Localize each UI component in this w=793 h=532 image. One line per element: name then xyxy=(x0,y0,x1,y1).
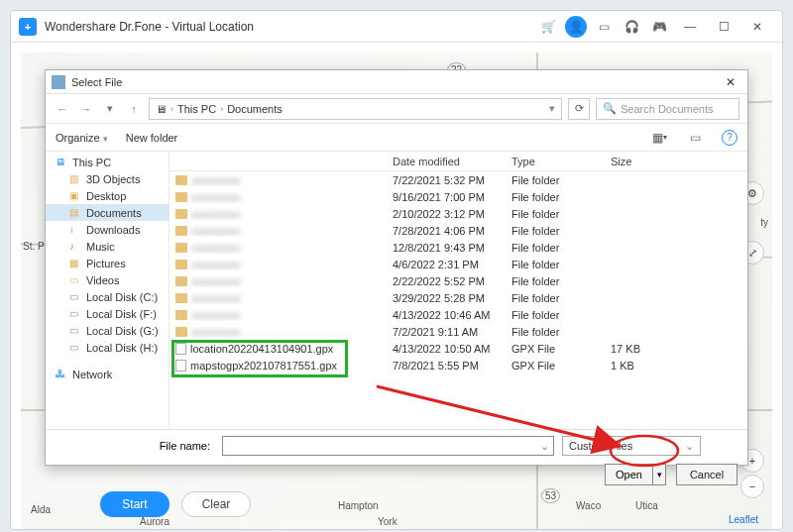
file-date: 7/22/2021 5:32 PM xyxy=(393,174,511,186)
tree-item-label: Desktop xyxy=(86,190,126,202)
file-type: File folder xyxy=(511,174,611,186)
tree-item-local-disk-c-[interactable]: ▭Local Disk (C:) xyxy=(46,288,169,305)
gamepad-icon[interactable]: 🎮 xyxy=(648,16,670,38)
start-button[interactable]: Start xyxy=(100,491,170,517)
tree-item-local-disk-g-[interactable]: ▭Local Disk (G:) xyxy=(46,322,169,339)
organize-menu[interactable]: Organize ▾ xyxy=(56,132,108,144)
tree-item-local-disk-h-[interactable]: ▭Local Disk (H:) xyxy=(46,339,169,356)
cart-icon[interactable]: 🛒 xyxy=(537,16,559,38)
breadcrumb-dropdown-icon[interactable]: ▾ xyxy=(549,102,555,115)
folder-row[interactable]: xxxxxxxxx7/28/2021 4:06 PMFile folder xyxy=(170,222,747,239)
music-icon: ♪ xyxy=(69,241,81,253)
file-date: 12/8/2021 9:43 PM xyxy=(393,242,511,254)
tree-item-music[interactable]: ♪Music xyxy=(46,238,169,255)
folder-tree[interactable]: 🖥This PC▧3D Objects▣Desktop▤Documents↓Do… xyxy=(46,152,170,429)
folder-row[interactable]: xxxxxxxxx7/2/2021 9:11 AMFile folder xyxy=(170,323,747,340)
map-label: Aurora xyxy=(140,516,170,527)
file-icon xyxy=(175,360,186,372)
breadcrumb-root-icon: 🖥 xyxy=(156,103,167,115)
disk-icon: ▭ xyxy=(69,342,81,354)
map-label: St. P xyxy=(23,241,45,252)
file-list-header[interactable]: Date modified Type Size xyxy=(170,152,747,171)
tree-item-this-pc[interactable]: 🖥This PC xyxy=(46,154,169,170)
nav-forward-button[interactable]: → xyxy=(77,100,95,118)
col-type[interactable]: Type xyxy=(511,156,611,167)
file-name: location20220413104901.gpx xyxy=(190,343,333,355)
open-button[interactable]: Open ▾ xyxy=(605,464,666,485)
refresh-button[interactable]: ⟳ xyxy=(568,98,590,120)
tree-item-downloads[interactable]: ↓Downloads xyxy=(46,221,169,238)
nav-back-button[interactable]: ← xyxy=(54,100,71,118)
folder-icon: ▣ xyxy=(69,190,81,202)
file-name: xxxxxxxxx xyxy=(191,191,241,203)
file-name: xxxxxxxxx xyxy=(191,208,241,220)
folder-row[interactable]: xxxxxxxxx2/22/2022 5:52 PMFile folder xyxy=(170,272,747,289)
dialog-icon xyxy=(52,75,65,89)
record-icon[interactable]: ▭ xyxy=(593,16,615,38)
col-date[interactable]: Date modified xyxy=(393,156,511,167)
cancel-button[interactable]: Cancel xyxy=(676,464,737,485)
tree-item-label: 3D Objects xyxy=(86,173,140,185)
filename-label: File name: xyxy=(56,440,214,452)
minimize-button[interactable]: — xyxy=(676,16,704,38)
folder-row[interactable]: xxxxxxxxx4/6/2022 2:31 PMFile folder xyxy=(170,256,747,272)
breadcrumb-folder[interactable]: Documents xyxy=(227,103,283,115)
tree-item-label: Documents xyxy=(86,207,142,219)
file-date: 2/10/2022 3:12 PM xyxy=(393,208,511,220)
folder-icon xyxy=(175,209,187,219)
dialog-body: 🖥This PC▧3D Objects▣Desktop▤Documents↓Do… xyxy=(46,152,747,429)
file-name: xxxxxxxxx xyxy=(191,275,241,287)
nav-up-button[interactable]: ↑ xyxy=(125,100,143,118)
open-button-label[interactable]: Open xyxy=(605,464,652,485)
col-size[interactable]: Size xyxy=(611,156,690,167)
folder-icon xyxy=(175,276,187,286)
tree-item-label: Downloads xyxy=(86,224,140,236)
tree-item-label: Local Disk (H:) xyxy=(86,342,158,354)
file-open-dialog: Select File ✕ ← → ▾ ↑ 🖥 › This PC › Docu… xyxy=(45,69,748,466)
support-icon[interactable]: 🎧 xyxy=(621,16,642,38)
maximize-button[interactable]: ☐ xyxy=(710,16,737,38)
file-row[interactable]: mapstogpx202107817551.gpx7/8/2021 5:55 P… xyxy=(170,357,747,373)
view-mode-button[interactable]: ▦▾ xyxy=(650,129,668,147)
filename-input[interactable]: ⌄ xyxy=(222,436,554,456)
open-button-dropdown[interactable]: ▾ xyxy=(652,464,666,485)
file-type-filter[interactable]: Custom Files⌄ xyxy=(562,436,701,456)
tree-item-local-disk-f-[interactable]: ▭Local Disk (F:) xyxy=(46,305,169,322)
folder-row[interactable]: xxxxxxxxx2/10/2022 3:12 PMFile folder xyxy=(170,205,747,222)
close-app-button[interactable]: ✕ xyxy=(743,16,771,38)
clear-button[interactable]: Clear xyxy=(181,491,251,517)
folder-row[interactable]: xxxxxxxxx12/8/2021 9:43 PMFile folder xyxy=(170,239,747,256)
nav-dropdown-button[interactable]: ▾ xyxy=(101,100,119,118)
file-size: 17 KB xyxy=(611,343,690,355)
file-name: xxxxxxxxx xyxy=(191,174,241,186)
file-row[interactable]: location20220413104901.gpx4/13/2022 10:5… xyxy=(170,340,747,357)
breadcrumb-sep: › xyxy=(220,104,223,114)
breadcrumb-root[interactable]: This PC xyxy=(177,103,216,115)
folder-icon xyxy=(175,175,187,185)
tree-item-videos[interactable]: ▭Videos xyxy=(46,271,169,288)
search-input[interactable]: 🔍 Search Documents xyxy=(596,98,739,120)
folder-row[interactable]: xxxxxxxxx4/13/2022 10:46 AMFile folder xyxy=(170,306,747,323)
file-name: xxxxxxxxx xyxy=(191,292,241,304)
tree-item-documents[interactable]: ▤Documents xyxy=(46,204,169,221)
breadcrumb[interactable]: 🖥 › This PC › Documents ▾ xyxy=(149,98,562,120)
help-button[interactable]: ? xyxy=(722,130,737,146)
disk-icon: ▭ xyxy=(69,308,81,320)
tree-item-network[interactable]: 🖧Network xyxy=(46,366,169,382)
tree-item-pictures[interactable]: ▦Pictures xyxy=(46,255,169,271)
new-folder-button[interactable]: New folder xyxy=(126,132,178,144)
folder-row[interactable]: xxxxxxxxx7/22/2021 5:32 PMFile folder xyxy=(170,171,747,188)
map-label: York xyxy=(378,516,397,527)
user-icon[interactable]: 👤 xyxy=(565,16,587,38)
dialog-footer: File name: ⌄ Custom Files⌄ Open ▾ Cancel xyxy=(46,429,747,488)
down-icon: ↓ xyxy=(69,224,81,236)
disk-icon: ▭ xyxy=(69,291,81,303)
map-label: Hampton xyxy=(338,500,379,511)
tree-item-3d-objects[interactable]: ▧3D Objects xyxy=(46,170,169,187)
folder-row[interactable]: xxxxxxxxx9/16/2021 7:00 PMFile folder xyxy=(170,188,747,205)
dialog-close-button[interactable]: ✕ xyxy=(720,75,741,89)
tree-item-desktop[interactable]: ▣Desktop xyxy=(46,187,169,204)
folder-icon: ▤ xyxy=(69,207,81,219)
preview-pane-button[interactable]: ▭ xyxy=(686,129,704,147)
folder-row[interactable]: xxxxxxxxx3/29/2022 5:28 PMFile folder xyxy=(170,289,747,306)
